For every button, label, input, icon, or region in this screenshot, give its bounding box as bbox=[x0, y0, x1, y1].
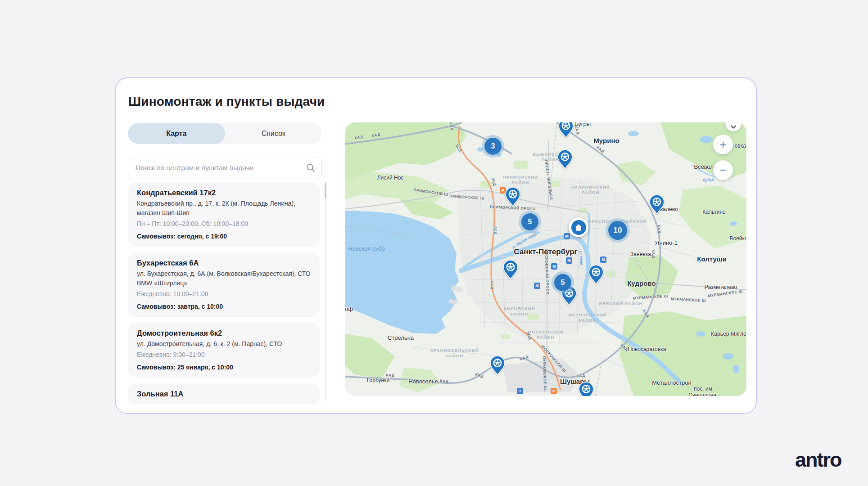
home-marker[interactable] bbox=[569, 217, 588, 237]
metro-icon: М bbox=[600, 256, 606, 263]
center-address: ул. Бухарестская, д. 6А (м. Волковская/Б… bbox=[137, 269, 311, 288]
map-road-label: ЗСД bbox=[493, 226, 498, 234]
map[interactable]: ВЫБОРГСКИЙ РАЙОНПРИМОРСКИЙ РАЙОНКАЛИНИНС… bbox=[345, 122, 746, 396]
center-hours: Ежедневно: 9:00–21:00 bbox=[137, 350, 311, 360]
map-road-label: КАД bbox=[657, 225, 662, 234]
tab-map[interactable]: Карта bbox=[128, 123, 225, 144]
tire-service-marker[interactable] bbox=[558, 122, 574, 140]
map-district-label: МОСКОВСКИЙ РАЙОН bbox=[528, 329, 564, 340]
map-town-label: Свердлова bbox=[688, 392, 716, 396]
map-road-label: КАД bbox=[651, 249, 656, 258]
metro-icon: М bbox=[551, 263, 557, 270]
center-card[interactable]: Зольная 11А bbox=[128, 383, 320, 404]
center-address: Кондратьевский пр., д. 17, к. 2К (м. Пло… bbox=[137, 199, 311, 218]
map-district-label: КРАСНОСЕЛЬСКИЙ РАЙОН bbox=[430, 348, 479, 359]
center-name: Зольная 11А bbox=[137, 388, 311, 399]
center-name: Кондратьевский 17к2 bbox=[137, 187, 311, 198]
center-name: Домостроительная 6к2 bbox=[137, 328, 311, 338]
cluster-marker[interactable]: 10 bbox=[608, 221, 627, 240]
center-hours: Пн – Пт: 10:00–20:00, Сб: 10:00–18:00 bbox=[137, 219, 311, 229]
view-switcher: КартаСписок bbox=[128, 123, 322, 144]
tire-wheel-icon bbox=[579, 382, 594, 396]
map-town-label: Воейково bbox=[729, 235, 746, 242]
map-town-label: оф bbox=[345, 306, 353, 312]
map-town-label: Стрельна bbox=[388, 334, 414, 341]
metro-icon: М bbox=[564, 233, 570, 239]
center-name: Бухарестская 6А bbox=[137, 257, 311, 268]
map-district-label: НЕВСКИЙ РАЙОН bbox=[599, 301, 643, 306]
tire-wheel-icon bbox=[503, 260, 518, 279]
map-district-label: КАЛИНИНСКИЙ РАЙОН bbox=[571, 184, 610, 195]
search-input[interactable] bbox=[128, 164, 306, 172]
map-district-label: ПРИМОРСКИЙ РАЙОН bbox=[502, 175, 538, 185]
metro-icon: М bbox=[566, 257, 572, 264]
map-town-label: новка bbox=[732, 143, 746, 149]
tire-wheel-icon bbox=[490, 356, 505, 375]
center-card[interactable]: Домостроительная 6к2ул. Домостроительная… bbox=[128, 323, 320, 378]
center-hours: Ежедневно: 10:00–21:00 bbox=[137, 289, 311, 299]
map-town-label: Лисий Нос bbox=[377, 175, 404, 181]
cluster-marker[interactable]: 5 bbox=[521, 213, 538, 230]
map-road-label: ЗСД bbox=[490, 281, 495, 289]
tire-wheel-icon bbox=[505, 187, 520, 207]
map-town-label: Новоселье bbox=[408, 378, 438, 385]
map-town-label: Янино-1 bbox=[655, 239, 678, 246]
tire-service-marker[interactable] bbox=[649, 194, 665, 216]
tire-service-marker[interactable] bbox=[490, 356, 505, 377]
map-town-label: Колтуши bbox=[697, 255, 726, 263]
map-town-label: пос. им. bbox=[694, 386, 714, 392]
map-town-label: Мурино bbox=[593, 137, 619, 144]
page-title: Шиномонтаж и пункты выдачи bbox=[128, 94, 325, 109]
tire-service-marker[interactable] bbox=[503, 260, 518, 281]
tire-service-marker[interactable] bbox=[588, 265, 604, 286]
map-town-label: Бугры bbox=[574, 122, 591, 127]
house-icon bbox=[575, 224, 582, 231]
cluster-marker[interactable]: 3 bbox=[484, 138, 502, 155]
toll-icon: Р bbox=[551, 388, 557, 394]
tire-wheel-icon bbox=[588, 265, 604, 284]
center-pickup-info: Самовывоз: завтра, с 10:00 bbox=[137, 302, 311, 311]
search-box bbox=[128, 157, 322, 179]
map-town-label: Горбунки bbox=[367, 377, 389, 383]
map-town-label: Новосаратовка bbox=[628, 346, 666, 352]
map-water-label: Невская губа bbox=[348, 245, 384, 252]
airport-icon: ✈ bbox=[517, 388, 523, 394]
tire-wheel-icon bbox=[557, 149, 573, 169]
center-card[interactable]: Бухарестская 6Аул. Бухарестская, д. 6А (… bbox=[128, 252, 320, 317]
map-district-label: ФРУНЗЕНСКИЙ РАЙОН bbox=[568, 312, 606, 323]
list-scrollbar-track bbox=[325, 182, 326, 401]
map-town-label: Металлострой bbox=[652, 379, 692, 386]
tire-service-marker[interactable] bbox=[579, 382, 594, 396]
centers-list: Кондратьевский 17к2Кондратьевский пр., д… bbox=[128, 182, 320, 404]
chevron-down-icon bbox=[731, 125, 736, 129]
map-city-label: Санкт-Петербург bbox=[514, 248, 577, 256]
map-town-label: Разметелево bbox=[705, 284, 737, 290]
metro-icon: М bbox=[534, 283, 540, 289]
list-scrollbar-thumb[interactable] bbox=[325, 183, 326, 198]
tire-wheel-icon bbox=[558, 122, 574, 138]
home-marker-circle bbox=[571, 220, 586, 235]
tire-service-marker[interactable] bbox=[557, 149, 573, 171]
map-town-label: Заневка bbox=[630, 251, 651, 257]
center-pickup-info: Самовывоз: 25 января, с 10:00 bbox=[137, 363, 311, 372]
tire-wheel-icon bbox=[649, 194, 665, 214]
center-address: ул. Домостроительная, д. 6, к. 2 (м. Пар… bbox=[137, 339, 311, 349]
tab-list[interactable]: Список bbox=[225, 123, 322, 144]
cluster-marker[interactable]: 5 bbox=[554, 274, 571, 291]
map-district-label: КИРОВСКИЙ РАЙОН bbox=[504, 306, 535, 317]
tire-service-marker[interactable] bbox=[505, 187, 520, 208]
map-town-label: Карьер-Мяглово bbox=[711, 331, 746, 337]
tire-service-panel: Шиномонтаж и пункты выдачи КартаСписок К… bbox=[115, 77, 757, 414]
map-town-label: Кудрово bbox=[627, 279, 656, 287]
center-card[interactable]: Кондратьевский 17к2Кондратьевский пр., д… bbox=[128, 182, 320, 247]
map-town-label: Кальтино bbox=[702, 209, 725, 215]
map-zoom-out-button[interactable]: − bbox=[713, 160, 733, 180]
center-pickup-info: Самовывоз: сегодня, с 19:00 bbox=[137, 232, 311, 241]
search-icon bbox=[306, 163, 315, 172]
map-zoom-in-button[interactable]: + bbox=[713, 135, 733, 154]
antro-logo: antro bbox=[795, 448, 841, 472]
